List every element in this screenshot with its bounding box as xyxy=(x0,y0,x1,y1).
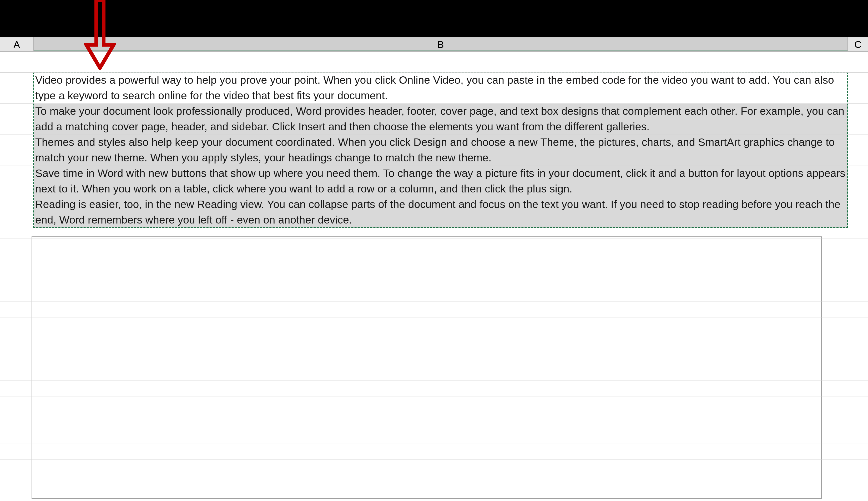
gridline-B-C xyxy=(848,52,848,501)
row-separator xyxy=(0,238,868,238)
column-header-A[interactable]: A xyxy=(0,38,34,51)
row-separator xyxy=(0,72,868,73)
row-separator xyxy=(0,349,868,349)
row-separator xyxy=(0,412,868,412)
column-header-C[interactable]: C xyxy=(848,38,868,51)
cell-B4[interactable]: Themes and styles also help keep your do… xyxy=(34,135,848,166)
row-separator xyxy=(0,428,868,428)
row-separator xyxy=(0,396,868,396)
row-separator xyxy=(0,228,868,228)
column-header-B[interactable]: B xyxy=(34,38,848,51)
row-separator xyxy=(0,301,868,302)
cell-B6[interactable]: Reading is easier, too, in the new Readi… xyxy=(34,197,848,228)
row-separator xyxy=(0,333,868,333)
cell-B5[interactable]: Save time in Word with new buttons that … xyxy=(34,166,848,197)
cell-B2[interactable]: Video provides a powerful way to help yo… xyxy=(34,72,848,104)
ribbon-area xyxy=(0,0,868,37)
row-separator xyxy=(0,444,868,444)
cell-B3[interactable]: To make your document look professionall… xyxy=(34,104,848,135)
row-separator xyxy=(0,270,868,270)
row-separator xyxy=(0,317,868,318)
row-separator xyxy=(0,459,868,460)
row-separator xyxy=(0,135,868,135)
row-separator xyxy=(0,286,868,286)
column-header-row: A B C xyxy=(0,37,868,52)
row-separator xyxy=(0,166,868,166)
row-separator xyxy=(0,254,868,254)
